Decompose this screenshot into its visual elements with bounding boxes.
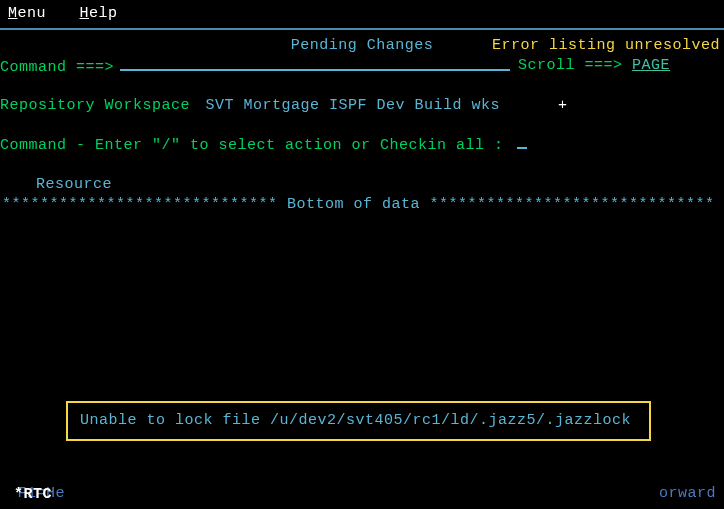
function-keys: F1=He orward F9=Swap F10=Actions F12=Can… [8,443,716,509]
error-dialog-text: Unable to lock file /u/dev2/svt405/rc1/l… [80,412,631,429]
column-header-resource: Resource [0,175,724,195]
command-input[interactable] [120,56,510,71]
status-indicator: *RTC [14,485,52,505]
repo-label: Repository Workspace [0,97,190,114]
action-input-cursor[interactable] [517,147,527,149]
error-dialog: Unable to lock file /u/dev2/svt405/rc1/l… [66,401,651,441]
menu-bar: Menu Help [0,0,724,26]
action-prompt: Command - Enter "/" to select action or … [0,136,724,156]
scroll-label: Scroll ===> [518,57,623,74]
expand-indicator[interactable]: + [558,96,568,116]
bottom-of-data: ***************************** Bottom of … [0,195,724,215]
scroll-value[interactable]: PAGE [632,57,670,74]
menu-help[interactable]: Help [80,4,118,24]
fkey-forward[interactable]: orward [659,484,716,504]
repo-value[interactable]: SVT Mortgage ISPF Dev Build wks [206,97,501,114]
command-label: Command ===> [0,58,114,78]
menu-divider [0,28,724,30]
menu-menu[interactable]: Menu [8,4,46,24]
error-message: Error listing unresolved [492,36,720,56]
